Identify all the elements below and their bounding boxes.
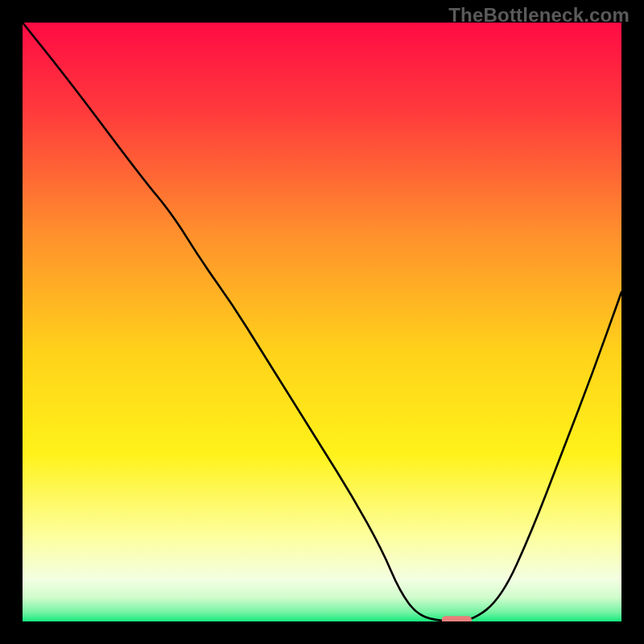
- optimal-marker: [442, 616, 472, 621]
- watermark-text: TheBottleneck.com: [448, 4, 630, 27]
- chart-container: TheBottleneck.com: [0, 0, 644, 644]
- chart-svg: [23, 23, 621, 621]
- plot-area: [23, 23, 621, 621]
